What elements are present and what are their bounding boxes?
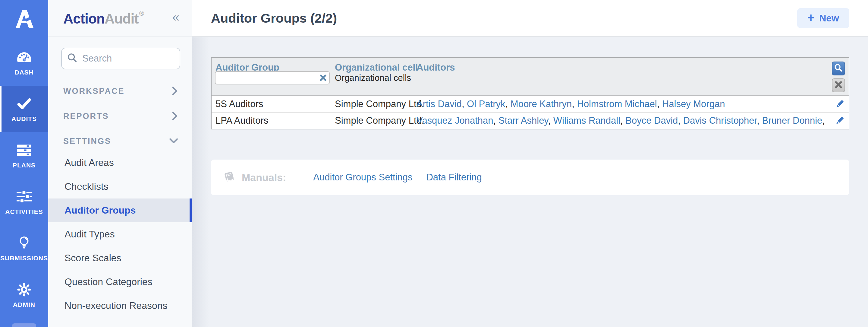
auditor-link[interactable]: Vasquez Jonathan (416, 115, 493, 126)
manuals-panel: Manuals: Auditor Groups Settings Data Fi… (211, 159, 849, 195)
cell-auditor-group: 5S Auditors (216, 99, 264, 110)
filter-clear-x-icon[interactable] (317, 74, 329, 82)
sidebar-section-workspace[interactable]: WORKSPACE (48, 79, 192, 104)
table-row: 5S Auditors Simple Company Ltd. Artis Da… (212, 96, 849, 112)
auditor-link[interactable]: Starr Ashley (498, 115, 548, 126)
rail-item-submissions[interactable]: SUBMISSIONS (0, 225, 48, 271)
stack-icon (17, 143, 32, 157)
rail-item-label: PLANS (13, 162, 36, 169)
content-area: Auditor Group Organizational cell Audito… (192, 37, 868, 327)
cell-auditor-group: LPA Auditors (216, 115, 268, 126)
manuals-label: Manuals: (242, 172, 286, 183)
settings-menu: Audit Areas Checklists Auditor Groups Au… (48, 151, 192, 318)
rail-item-label: ADMIN (13, 301, 35, 308)
column-header-auditors: Auditors (416, 62, 455, 73)
x-icon (835, 81, 842, 90)
brand-secondary: Audit (104, 11, 138, 27)
sidebar-section-settings[interactable]: SETTINGS (48, 129, 192, 154)
section-label: SETTINGS (63, 137, 111, 146)
rail-item-audits[interactable]: AUDITS (0, 86, 48, 132)
organizational-cells-filter[interactable]: Organizational cells (335, 73, 411, 83)
rail-item-activities[interactable]: ACTIVITIES (0, 179, 48, 225)
cell-auditors: Vasquez Jonathan, Starr Ashley, Wiliams … (416, 115, 828, 126)
plus-icon: + (807, 11, 814, 25)
manual-link-data-filtering[interactable]: Data Filtering (426, 172, 482, 183)
rail-item-admin[interactable]: ADMIN (0, 271, 48, 318)
magnifier-icon (67, 53, 78, 64)
sidebar-sections: WORKSPACE REPORTS SETTINGS (48, 79, 192, 154)
lightbulb-icon (18, 236, 31, 250)
sliders-icon (17, 189, 32, 204)
brand-primary: Action (63, 11, 104, 27)
rail-bottom-pill[interactable] (12, 323, 36, 327)
book-icon (223, 171, 236, 184)
table-header-filter-row: Auditor Group Organizational cell Audito… (212, 58, 849, 96)
menu-item-checklists[interactable]: Checklists (48, 175, 192, 199)
brand-wordmark: ActionAudit® (63, 10, 144, 27)
menu-item-audit-areas[interactable]: Audit Areas (48, 151, 192, 175)
gear-icon (17, 283, 31, 297)
sidebar-collapse-icon[interactable]: « (173, 11, 179, 26)
auditor-link[interactable]: Artis David (416, 99, 462, 109)
cell-organizational-cell: Simple Company Ltd. (335, 115, 424, 126)
table-search-button[interactable] (832, 62, 845, 76)
chevron-down-icon (169, 138, 178, 145)
auditor-link[interactable]: Holmstrom Michael (577, 99, 657, 109)
sidebar-search[interactable] (61, 48, 180, 69)
icon-rail: DASH AUDITS PLANS (0, 0, 48, 327)
menu-item-non-execution-reasons[interactable]: Non-execution Reasons (48, 294, 192, 318)
letter-a-logo-icon (13, 9, 35, 30)
rail-item-dash[interactable]: DASH (0, 39, 48, 86)
sidebar-section-reports[interactable]: REPORTS (48, 104, 192, 129)
auditor-link[interactable]: Ol Patryk (467, 99, 505, 109)
auditor-link[interactable]: Halsey Morgan (662, 99, 725, 109)
chevron-right-icon (172, 111, 178, 122)
main-area: Auditor Groups (2/2) + New Auditor Group… (192, 0, 868, 327)
cell-auditors: Artis David, Ol Patryk, Moore Kathryn, H… (416, 99, 828, 110)
rail-item-label: AUDITS (11, 115, 37, 122)
section-label: REPORTS (63, 112, 109, 121)
rail-item-label: ACTIVITIES (5, 208, 43, 215)
table-clear-button[interactable] (832, 79, 845, 92)
magnifier-icon (834, 63, 843, 73)
search-input[interactable] (82, 53, 173, 64)
menu-item-audit-types[interactable]: Audit Types (48, 222, 192, 246)
app-logo[interactable] (0, 0, 48, 39)
rail-item-label: DASH (14, 69, 34, 76)
cell-organizational-cell: Simple Company Ltd. (335, 99, 424, 110)
auditor-link[interactable]: Davis Christopher (683, 115, 757, 126)
pencil-icon[interactable] (834, 98, 846, 110)
section-label: WORKSPACE (63, 87, 125, 96)
auditor-link[interactable]: Bruner Donnie (762, 115, 822, 126)
auditor-link[interactable]: Moore Kathryn (510, 99, 572, 109)
menu-item-auditor-groups[interactable]: Auditor Groups (48, 199, 192, 222)
menu-item-question-categories[interactable]: Question Categories (48, 270, 192, 294)
column-header-organizational-cell: Organizational cell (335, 62, 418, 73)
menu-item-score-scales[interactable]: Score Scales (48, 246, 192, 270)
new-button[interactable]: + New (797, 8, 849, 28)
table-row: LPA Auditors Simple Company Ltd. Vasquez… (212, 112, 849, 129)
auditor-group-filter-input[interactable] (216, 73, 317, 83)
page-header: Auditor Groups (2/2) + New (192, 0, 868, 37)
auditor-link[interactable]: Wiliams Randall (553, 115, 620, 126)
sidebar-header: ActionAudit® « (48, 0, 192, 37)
page-title: Auditor Groups (2/2) (211, 11, 337, 26)
sidebar: ActionAudit® « WORKSPACE REPORTS SETTING… (48, 0, 192, 327)
auditor-group-filter (215, 71, 330, 85)
registered-mark: ® (139, 10, 144, 17)
pencil-icon[interactable] (834, 115, 846, 127)
chevron-right-icon (172, 86, 178, 96)
auditor-link[interactable]: Boyce David (625, 115, 678, 126)
check-icon (16, 96, 32, 111)
gauge-icon (16, 50, 32, 64)
rail-item-plans[interactable]: PLANS (0, 132, 48, 179)
new-button-label: New (819, 13, 839, 24)
manual-link-auditor-groups-settings[interactable]: Auditor Groups Settings (313, 172, 412, 183)
rail-item-label: SUBMISSIONS (0, 255, 48, 262)
auditor-groups-table: Auditor Group Organizational cell Audito… (211, 57, 849, 129)
